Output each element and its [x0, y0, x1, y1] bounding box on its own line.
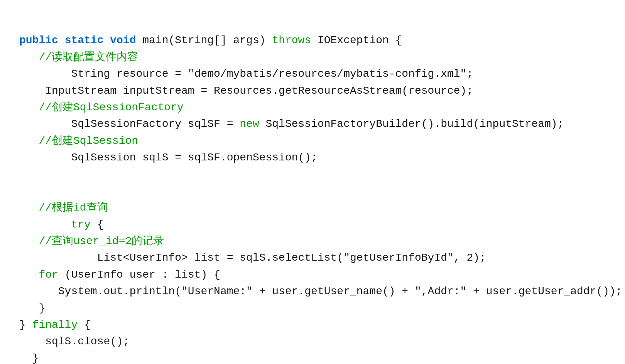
- code-line: }: [19, 350, 606, 364]
- code-line: String resource = "demo/mybatis/resource…: [19, 66, 606, 82]
- code-block: public static void main(String[] args) t…: [19, 15, 606, 364]
- code-token: SqlSession sqlS = sqlSF.openSession();: [19, 152, 318, 163]
- code-token: throws: [272, 34, 318, 46]
- code-token: //查询user_id=2的记录: [19, 235, 164, 247]
- code-token: //根据id查询: [19, 202, 108, 214]
- code-token: public: [19, 34, 65, 46]
- code-token: }: [19, 352, 39, 364]
- code-line: System.out.println("UserName:" + user.ge…: [19, 283, 606, 300]
- code-line: for (UserInfo user : list) {: [19, 266, 606, 283]
- code-line: //根据id查询: [19, 199, 606, 216]
- code-token: [19, 269, 39, 281]
- code-token: finally: [32, 319, 78, 331]
- code-line: InputStream inputStream = Resources.getR…: [19, 83, 606, 99]
- code-token: {: [91, 219, 104, 231]
- code-token: //创建SqlSession: [19, 135, 138, 147]
- code-token: for: [39, 269, 58, 281]
- code-line: SqlSession sqlS = sqlSF.openSession();: [19, 149, 606, 166]
- code-line: [19, 183, 606, 199]
- code-token: sqlS.close();: [19, 335, 130, 347]
- code-token: List<UserInfo> list = sqlS.selectList("g…: [19, 252, 486, 264]
- code-line: sqlS.close();: [19, 333, 606, 350]
- code-line: SqlSessionFactory sqlSF = new SqlSession…: [19, 116, 606, 132]
- code-token: static: [65, 34, 110, 46]
- code-token: String resource = "demo/mybatis/resource…: [19, 68, 473, 80]
- code-line: try {: [19, 216, 606, 233]
- code-token: {: [78, 319, 91, 331]
- code-line: //创建SqlSession: [19, 133, 606, 149]
- code-token: [19, 219, 71, 231]
- code-line: public static void main(String[] args) t…: [19, 32, 606, 49]
- code-line: //创建SqlSessionFactory: [19, 99, 606, 116]
- code-token: InputStream inputStream = Resources.getR…: [19, 85, 473, 97]
- code-token: void: [110, 34, 142, 46]
- code-token: IOException {: [318, 34, 402, 46]
- code-token: }: [19, 302, 45, 314]
- code-line: List<UserInfo> list = sqlS.selectList("g…: [19, 249, 606, 266]
- code-line: } finally {: [19, 317, 606, 333]
- code-line: }: [19, 300, 606, 317]
- code-token: main(String[] args): [142, 34, 272, 46]
- code-token: }: [19, 319, 32, 331]
- code-token: SqlSessionFactory sqlSF =: [19, 118, 240, 130]
- code-line: //查询user_id=2的记录: [19, 233, 606, 249]
- code-token: (UserInfo user : list) {: [58, 269, 220, 281]
- code-token: //创建SqlSessionFactory: [19, 101, 184, 113]
- code-token: new: [240, 118, 265, 130]
- code-line: //读取配置文件内容: [19, 49, 606, 66]
- code-token: //读取配置文件内容: [19, 51, 138, 63]
- code-token: SqlSessionFactoryBuilder().build(inputSt…: [266, 118, 564, 130]
- code-token: try: [71, 219, 90, 231]
- code-token: System.out.println("UserName:" + user.ge…: [19, 285, 622, 297]
- code-line: [19, 166, 606, 183]
